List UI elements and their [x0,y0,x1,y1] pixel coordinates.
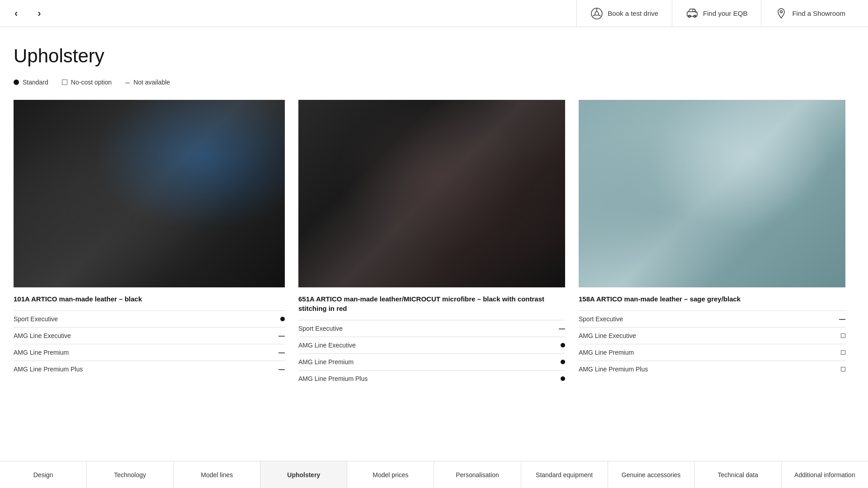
spec-label: AMG Line Premium [579,344,823,361]
upholstery-image-1 [14,100,285,287]
spec-value [823,344,845,361]
nav-label-upholstery: Upholstery [287,471,320,479]
spec-label: AMG Line Premium [14,344,262,361]
legend: Standard No-cost option – Not available [14,78,854,86]
dash-icon [839,319,845,320]
spec-label: AMG Line Premium Plus [579,361,823,378]
no-cost-square-icon [62,80,67,85]
table-row: Sport Executive [298,320,565,337]
nav-label-personalisation: Personalisation [456,471,499,479]
spec-value [823,311,845,328]
dash-icon [278,369,285,370]
specs-table-3: Sport Executive AMG Line Executive AMG L… [579,310,845,377]
not-available-label: Not available [133,79,170,86]
dash-icon [278,352,285,353]
table-row: AMG Line Premium Plus [579,361,845,378]
table-row: Sport Executive [14,311,285,328]
nav-item-standard-equipment[interactable]: Standard equipment [521,461,608,488]
nav-item-upholstery[interactable]: Upholstery [260,461,347,488]
legend-standard: Standard [14,79,48,86]
nav-label-design: Design [33,471,53,479]
nav-item-genuine-accessories[interactable]: Genuine accessories [608,461,695,488]
find-eqb-btn[interactable]: Find your EQB [672,0,761,27]
svg-line-4 [598,14,601,16]
dash-icon [278,336,285,337]
legend-not-available: – Not available [125,78,170,86]
spec-label: AMG Line Premium Plus [14,361,262,378]
find-eqb-label: Find your EQB [703,9,747,17]
svg-point-10 [780,10,783,13]
dash-icon [559,328,565,329]
spec-label: AMG Line Executive [14,328,262,344]
upholstery-card-3: 158A ARTICO man-made leather – sage grey… [574,100,854,387]
nav-item-technology[interactable]: Technology [87,461,174,488]
table-row: AMG Line Premium Plus [298,371,565,387]
nav-item-model-lines[interactable]: Model lines [174,461,260,488]
page-title: Upholstery [14,45,854,67]
find-showroom-label: Find a Showroom [792,9,845,17]
car-search-icon [686,7,698,20]
nav-label-standard-equipment: Standard equipment [536,471,593,479]
nav-item-technical-data[interactable]: Technical data [695,461,782,488]
dot-icon [561,376,565,381]
dot-icon [280,317,285,321]
cards-container: 101A ARTICO man-made leather – black Spo… [14,100,854,387]
nav-label-technical-data: Technical data [718,471,759,479]
spec-value [823,361,845,378]
nav-label-additional-info: Additional information [794,471,855,479]
specs-table-2: Sport Executive AMG Line Executive AMG L… [298,320,565,387]
table-row: AMG Line Premium [14,344,285,361]
table-row: Sport Executive [579,311,845,328]
spec-value [543,337,565,354]
spec-value [543,371,565,387]
upholstery-image-3 [579,100,845,287]
spec-label: AMG Line Premium [298,354,543,371]
card-title-3: 158A ARTICO man-made leather – sage grey… [579,294,845,304]
find-showroom-btn[interactable]: Find a Showroom [761,0,859,27]
nav-label-technology: Technology [114,471,146,479]
table-row: AMG Line Premium [298,354,565,371]
standard-dot-icon [14,80,19,85]
upholstery-image-2 [298,100,565,287]
card-title-2: 651A ARTICO man-made leather/MICROCUT mi… [298,294,565,313]
dot-icon [561,343,565,347]
spec-value [262,361,285,378]
spec-label: AMG Line Premium Plus [298,371,543,387]
svg-point-1 [595,12,599,15]
nav-item-model-prices[interactable]: Model prices [347,461,434,488]
no-cost-label: No-cost option [71,79,112,86]
prev-arrow[interactable]: ‹ [9,4,23,23]
spec-label: AMG Line Executive [298,337,543,354]
spec-value [262,311,285,328]
spec-label: Sport Executive [14,311,262,328]
spec-label: Sport Executive [579,311,823,328]
main-content: Upholstery Standard No-cost option – Not… [0,27,868,396]
spec-value [823,328,845,344]
spec-value [543,320,565,337]
not-available-dash-icon: – [125,78,130,86]
table-row: AMG Line Premium Plus [14,361,285,378]
next-arrow[interactable]: › [32,4,46,23]
spec-label: Sport Executive [298,320,543,337]
nav-item-additional-info[interactable]: Additional information [782,461,868,488]
legend-no-cost: No-cost option [62,79,112,86]
dot-icon [561,360,565,364]
nav-label-genuine-accessories: Genuine accessories [622,471,681,479]
book-test-drive-label: Book a test drive [608,9,658,17]
svg-line-3 [593,14,596,16]
spec-value [262,328,285,344]
nav-label-model-prices: Model prices [373,471,408,479]
square-icon [841,350,845,355]
nav-item-design[interactable]: Design [0,461,87,488]
location-pin-icon [775,7,788,20]
table-row: AMG Line Executive [298,337,565,354]
book-test-drive-btn[interactable]: Book a test drive [576,0,672,27]
card-title-1: 101A ARTICO man-made leather – black [14,294,285,304]
specs-table-1: Sport Executive AMG Line Executive AMG L… [14,310,285,377]
header: ‹ › Book a test drive Find your EQB [0,0,868,27]
standard-label: Standard [23,79,48,86]
spec-value [262,344,285,361]
nav-item-personalisation[interactable]: Personalisation [434,461,521,488]
square-icon [841,367,845,371]
nav-arrows: ‹ › [9,4,47,23]
